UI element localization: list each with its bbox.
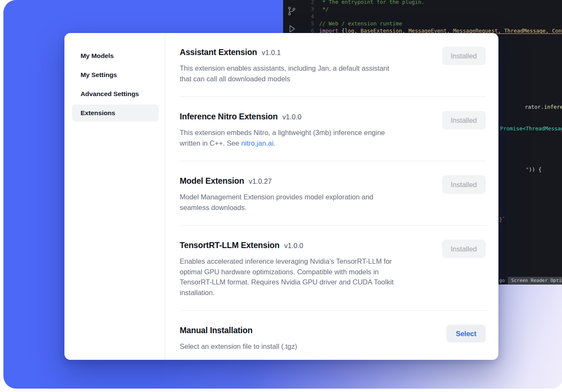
sidebar-item-advanced-settings[interactable]: Advanced Settings <box>72 86 159 102</box>
code-text <box>314 13 319 20</box>
code-text: )) { <box>529 166 542 173</box>
extension-row-tensorrt: TensortRT-LLM Extension v1.0.0 Enables a… <box>180 226 486 311</box>
extension-version: v1.0.1 <box>262 49 281 57</box>
extension-info: Model Extension v1.0.27 Model Management… <box>180 175 442 213</box>
extensions-panel: Assistant Extension v1.0.1 This extensio… <box>165 33 498 360</box>
extension-info: Manual Installation Select an extension … <box>180 325 446 352</box>
installed-button[interactable]: Installed <box>442 111 486 130</box>
extension-description: This extension enables assistants, inclu… <box>180 63 427 84</box>
line-number: 5 <box>283 20 314 27</box>
code-text: rator. <box>525 104 544 110</box>
manual-installation-row: Manual Installation Select an extension … <box>180 311 486 360</box>
code-text: // Web / extension runtime <box>314 20 402 27</box>
line-number: 2 <box>283 0 314 6</box>
extension-info: Inference Nitro Extension v1.0.0 This ex… <box>180 111 442 148</box>
extension-version: v1.0.0 <box>284 242 303 250</box>
installed-button[interactable]: Installed <box>442 240 486 258</box>
extension-description-text: This extension embeds Nitro, a lightweig… <box>180 129 385 147</box>
status-bar-text: go <box>499 278 505 283</box>
extension-info: TensortRT-LLM Extension v1.0.0 Enables a… <box>180 240 442 298</box>
installed-button[interactable]: Installed <box>442 175 486 194</box>
manual-installation-description: Select an extension file to install (.tg… <box>180 341 431 352</box>
sidebar-item-extensions[interactable]: Extensions <box>72 105 159 121</box>
manual-installation-title: Manual Installation <box>180 325 253 336</box>
code-fragment: rator.inference(data); <box>499 97 562 116</box>
extension-description: Model Management Extension provides mode… <box>180 192 427 213</box>
select-file-button[interactable]: Select <box>446 325 486 342</box>
code-text: * The entrypoint for the plugin. <box>314 0 424 6</box>
page: 2 * The entrypoint for the plugin. 3 */ … <box>0 0 562 392</box>
line-number: 4 <box>283 13 314 20</box>
code-lines: 2 * The entrypoint for the plugin. 3 */ … <box>283 0 562 34</box>
sidebar-item-my-settings[interactable]: My Settings <box>72 66 159 83</box>
code-text: " <box>526 166 529 173</box>
code-fragment: ")) { <box>500 160 542 179</box>
background-gradient: 2 * The entrypoint for the plugin. 3 */ … <box>3 0 562 389</box>
code-fragment: Promise<ThreadMessage> <box>500 125 562 132</box>
sidebar-item-my-models[interactable]: My Models <box>72 47 159 64</box>
extension-title: Assistant Extension <box>180 47 257 58</box>
settings-sidebar: My Models My Settings Advanced Settings … <box>64 33 165 360</box>
extension-row-nitro: Inference Nitro Extension v1.0.0 This ex… <box>180 97 486 161</box>
extension-version: v1.0.27 <box>249 177 272 185</box>
code-line: 3 */ <box>283 6 562 13</box>
extension-row-model: Model Extension v1.0.27 Model Management… <box>180 161 486 226</box>
extension-title: Model Extension <box>180 175 244 186</box>
screen-reader-optimized-status[interactable]: Screen Reader Optimized <box>508 277 562 284</box>
extension-description: Enables accelerated inference leveraging… <box>180 256 427 298</box>
settings-modal: My Models My Settings Advanced Settings … <box>64 33 498 360</box>
code-line: 2 * The entrypoint for the plugin. <box>283 0 562 6</box>
extension-info: Assistant Extension v1.0.1 This extensio… <box>180 47 442 84</box>
extension-title: TensortRT-LLM Extension <box>180 240 280 251</box>
code-text: */ <box>314 6 329 13</box>
extension-title: Inference Nitro Extension <box>180 111 278 122</box>
code-line: 4 <box>283 13 562 20</box>
extension-description-text: . <box>273 139 275 147</box>
nitro-jan-ai-link[interactable]: nitro.jan.ai <box>241 139 273 147</box>
extension-version: v1.0.0 <box>282 113 301 121</box>
extension-description: This extension embeds Nitro, a lightweig… <box>180 127 427 148</box>
line-number: 3 <box>283 6 314 13</box>
code-line: 5 // Web / extension runtime <box>283 20 562 27</box>
installed-button[interactable]: Installed <box>442 47 486 65</box>
code-text: inference <box>544 104 562 110</box>
extension-row-assistant: Assistant Extension v1.0.1 This extensio… <box>180 33 486 97</box>
